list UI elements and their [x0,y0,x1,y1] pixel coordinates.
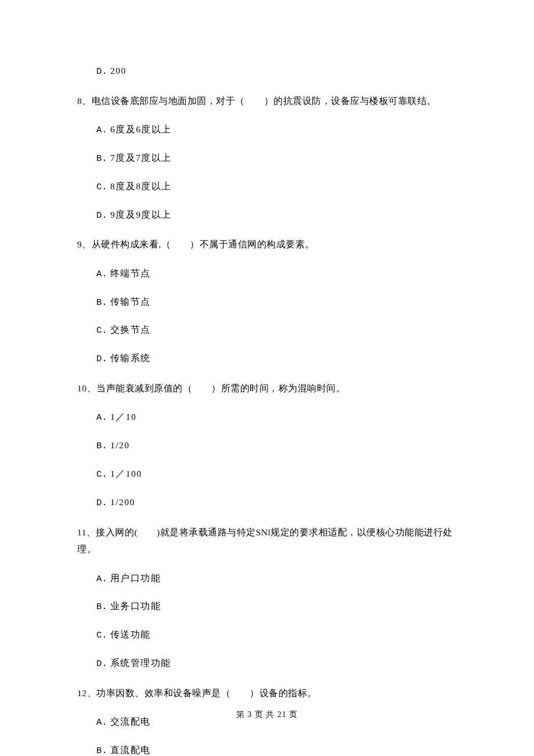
option-text: 交换节点 [110,325,151,334]
q9-option-c: C. 交换节点 [77,323,457,338]
option-letter: A. [96,125,107,135]
question-11: 11、接入网的( )就是将承载通路与特定SNl规定的要求相适配，以便核心功能能进… [77,524,457,558]
option-letter: C. [96,182,107,192]
q11-option-d: D. 系统管理功能 [77,656,457,671]
option-text: 6度及6度以上 [110,124,172,134]
option-letter: D. [96,498,107,508]
q11-option-a: A. 用户口功能 [77,571,457,586]
option-text: 1／100 [110,469,142,478]
option-letter: B. [96,746,107,756]
q8-option-c: C. 8度及8度以上 [77,179,457,195]
q8-option-a: A. 6度及6度以上 [77,123,457,138]
q9-option-b: B. 传输节点 [77,295,457,310]
option-letter: A. [96,412,107,423]
option-letter: A. [96,269,107,279]
q9-option-a: A. 终端节点 [77,267,457,282]
option-text: 用户口功能 [110,573,161,583]
q8-option-d: D. 9度及9度以上 [77,208,457,223]
q11-option-c: C. 传送功能 [77,628,457,643]
q7-option-d: D. 200 [77,64,457,79]
option-text: 1/20 [110,440,130,450]
option-text: 系统管理功能 [110,658,171,668]
question-12: 12、功率因数、效率和设备噪声是（ ）设备的指标。 [77,685,457,701]
option-letter: D. [96,354,107,364]
page-body: D. 200 8、电信设备底部应与地面加固，对于（ ）的抗震设防，设备应与楼板可… [0,0,534,756]
option-text: 传送功能 [110,629,151,639]
option-letter: B. [96,441,107,451]
option-letter: B. [96,297,107,308]
option-text: 1／10 [110,412,136,422]
option-text: 终端节点 [110,268,151,278]
q10-option-b: B. 1/20 [77,438,457,453]
option-letter: C. [96,469,107,480]
option-text: 业务口功能 [110,601,161,611]
q10-option-c: C. 1／100 [77,467,457,482]
option-letter: B. [96,602,107,612]
option-text: 8度及8度以上 [110,181,172,191]
option-text: 7度及7度以上 [110,153,172,163]
option-letter: D. [96,658,107,669]
q11-option-b: B. 业务口功能 [77,599,457,614]
option-letter: C. [96,630,107,640]
question-10: 10、当声能衰减到原值的（ ）所需的时间，称为混响时间。 [77,380,457,397]
option-text: 传输系统 [110,353,151,363]
option-letter: B. [96,153,107,164]
option-letter: A. [96,574,107,584]
option-letter: D. [96,66,107,77]
option-text: 200 [110,66,127,75]
q10-option-a: A. 1／10 [77,410,457,425]
option-text: 9度及9度以上 [110,210,172,219]
q8-option-b: B. 7度及7度以上 [77,151,457,166]
q9-option-d: D. 传输系统 [77,351,457,366]
option-text: 传输节点 [110,297,151,307]
q10-option-d: D. 1/200 [77,495,457,510]
page-footer: 第 3 页 共 21 页 [0,710,534,720]
q12-option-b: B. 直流配电 [77,743,457,756]
option-text: 直流配电 [110,745,151,755]
question-8: 8、电信设备底部应与地面加固，对于（ ）的抗震设防，设备应与楼板可靠联结。 [77,92,457,109]
question-9: 9、从硬件构成来看,（ ）不属于通信网的构成要素。 [77,236,457,253]
option-letter: C. [96,325,107,336]
option-text: 1/200 [110,497,135,507]
option-letter: D. [96,210,107,221]
